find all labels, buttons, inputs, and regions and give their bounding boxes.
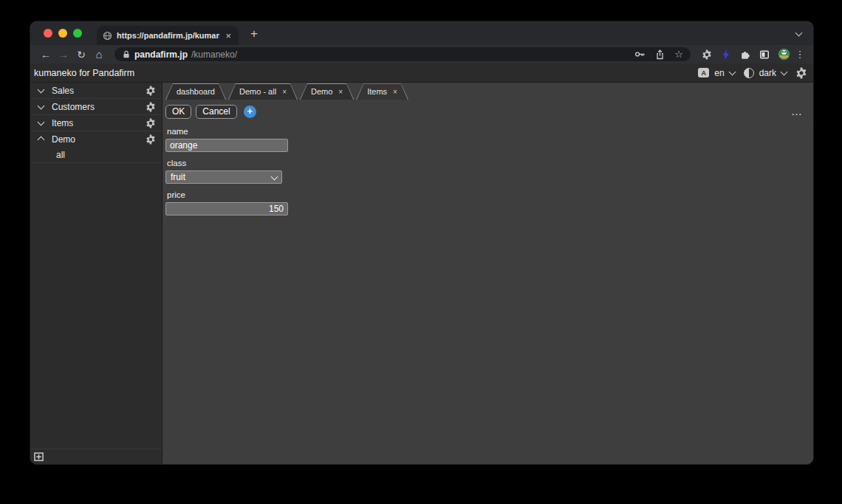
tab-label: dashboard [177, 87, 215, 96]
item-form: name class fruit price [162, 120, 813, 222]
class-select-value: fruit [171, 172, 272, 182]
sidebar: Sales Customers Items Demo all [30, 83, 162, 464]
home-icon[interactable]: ⌂ [91, 49, 107, 60]
sales-gear-icon[interactable] [146, 86, 156, 96]
new-tab-button[interactable]: + [250, 27, 258, 40]
chevron-down-icon [38, 119, 45, 126]
browser-window: https://pandafirm.jp/kumaneko × + ← → ↻ … [30, 21, 814, 465]
tab-close-icon[interactable]: × [393, 88, 397, 96]
language-chevron-down-icon[interactable] [728, 69, 736, 76]
browser-tab-close-icon[interactable]: × [224, 31, 233, 41]
tab-label: Items [367, 87, 387, 96]
extensions-puzzle-icon[interactable] [736, 49, 754, 60]
sidebar-subitem-all[interactable]: all [30, 147, 162, 163]
content-area: dashboard Demo - all × Demo × Items × OK… [162, 83, 813, 464]
app-header: kumaneko for Pandafirm A en dark [30, 63, 813, 83]
sidebar-footer [30, 449, 162, 464]
sidebar-item-label: Items [52, 118, 146, 128]
sidebar-item-label: Sales [52, 86, 146, 96]
sidebar-item-label: Customers [52, 102, 146, 112]
browser-menu-icon[interactable]: ⋮ [794, 49, 806, 60]
theme-contrast-icon [744, 68, 754, 78]
browser-tab[interactable]: https://pandafirm.jp/kumaneko × [97, 26, 239, 45]
translate-icon: A [698, 68, 709, 77]
forward-icon[interactable]: → [55, 49, 72, 60]
tab-search-chevron-icon[interactable] [796, 27, 801, 40]
class-select[interactable]: fruit [165, 170, 282, 184]
globe-favicon-icon [103, 31, 112, 41]
sidebar-empty-area [30, 163, 162, 449]
content-tabbar: dashboard Demo - all × Demo × Items × [162, 83, 813, 100]
close-window-button[interactable] [44, 29, 52, 38]
form-group-class: class fruit [165, 159, 813, 184]
action-bar: OK Cancel + … [162, 103, 813, 120]
tab-close-icon[interactable]: × [338, 88, 343, 96]
tab-label: Demo - all [239, 87, 276, 96]
sidebar-item-sales[interactable]: Sales [30, 83, 162, 99]
url-host: pandafirm.jp [134, 49, 188, 60]
sidebar-item-items[interactable]: Items [30, 115, 162, 131]
language-select[interactable]: en [714, 68, 724, 78]
theme-select[interactable]: dark [759, 68, 776, 78]
address-bar[interactable]: pandafirm.jp/kumaneko/ ☆ [114, 47, 691, 61]
window-controls [44, 29, 82, 38]
url-path: /kumaneko/ [191, 49, 237, 60]
customers-gear-icon[interactable] [146, 102, 156, 112]
chevron-down-icon [38, 86, 45, 94]
chevron-down-icon [38, 103, 45, 110]
chevron-up-icon [38, 137, 45, 144]
app-main: Sales Customers Items Demo all [30, 83, 813, 464]
select-chevron-down-icon [271, 173, 278, 180]
settings-gear-icon[interactable] [698, 49, 716, 60]
sidebar-item-label: Demo [52, 134, 146, 145]
add-record-button[interactable]: + [244, 106, 256, 118]
cancel-button[interactable]: Cancel [196, 105, 236, 119]
sidebar-item-customers[interactable]: Customers [30, 99, 162, 115]
name-input[interactable] [165, 139, 288, 152]
back-icon[interactable]: ← [38, 49, 54, 60]
sidebar-subitem-label: all [56, 150, 65, 160]
ok-button[interactable]: OK [165, 105, 191, 119]
profile-avatar[interactable] [775, 48, 793, 61]
browser-toolbar: ← → ↻ ⌂ pandafirm.jp/kumaneko/ [30, 45, 813, 63]
zoom-window-button[interactable] [73, 29, 82, 38]
share-icon[interactable] [655, 49, 665, 60]
reload-icon[interactable]: ↻ [73, 49, 89, 60]
name-label: name [167, 127, 813, 136]
sidebar-item-demo[interactable]: Demo [30, 131, 162, 147]
browser-tabstrip: https://pandafirm.jp/kumaneko × + [30, 21, 813, 45]
app-header-controls: A en dark [698, 67, 807, 79]
password-key-icon[interactable] [634, 49, 646, 59]
app-settings-gear-icon[interactable] [795, 67, 807, 79]
demo-gear-icon[interactable] [146, 134, 156, 145]
tab-close-icon[interactable]: × [282, 88, 287, 96]
tab-label: Demo [311, 87, 332, 96]
lock-icon [122, 49, 131, 59]
bolt-extension-icon[interactable] [717, 49, 735, 60]
class-label: class [167, 159, 813, 168]
tab-dashboard[interactable]: dashboard [165, 83, 226, 100]
price-label: price [167, 190, 813, 199]
browser-tab-title: https://pandafirm.jp/kumaneko [117, 31, 219, 40]
side-panel-icon[interactable] [756, 49, 773, 60]
minimize-window-button[interactable] [58, 29, 67, 38]
tab-demo-all[interactable]: Demo - all × [228, 83, 298, 100]
bookmark-star-icon[interactable]: ☆ [674, 49, 683, 60]
price-input[interactable] [165, 202, 288, 215]
tab-items[interactable]: Items × [356, 83, 408, 100]
app-title: kumaneko for Pandafirm [34, 68, 134, 78]
theme-chevron-down-icon[interactable] [781, 69, 788, 76]
form-group-price: price [165, 190, 813, 215]
add-view-icon[interactable] [34, 452, 44, 461]
items-gear-icon[interactable] [146, 118, 156, 128]
form-group-name: name [165, 127, 813, 152]
tab-demo[interactable]: Demo × [300, 83, 354, 100]
